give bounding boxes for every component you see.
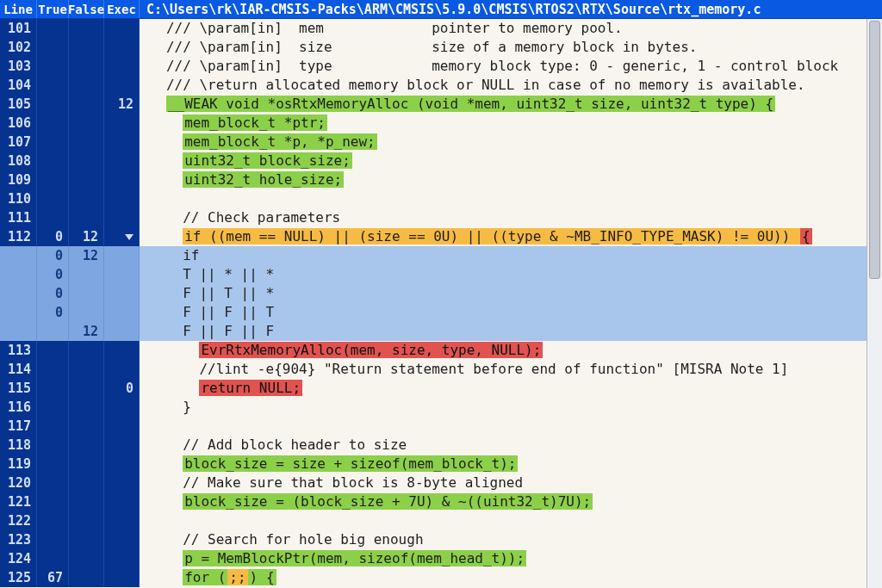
true-count: 0 bbox=[37, 284, 69, 303]
code-row[interactable]: 12567 for (;;) { bbox=[0, 568, 882, 587]
code-row[interactable]: 111 // Check parameters bbox=[0, 208, 882, 227]
true-count bbox=[37, 341, 69, 360]
true-count bbox=[37, 38, 69, 57]
code-text: // Make sure that block is 8-byte aligne… bbox=[140, 473, 882, 492]
false-count: 12 bbox=[69, 227, 104, 246]
code-row[interactable]: 109 uint32_t hole_size; bbox=[0, 170, 882, 189]
exec-count bbox=[104, 246, 140, 265]
false-count bbox=[69, 360, 104, 379]
line-number: 116 bbox=[0, 398, 37, 417]
file-path: C:\Users\rk\IAR-CMSIS-Packs\ARM\CMSIS\5.… bbox=[140, 0, 882, 18]
code-row[interactable]: 106 mem_block_t *ptr; bbox=[0, 114, 882, 133]
header-exec[interactable]: Exec bbox=[104, 0, 140, 18]
line-number: 101 bbox=[0, 19, 37, 38]
code-row[interactable]: 10512 __WEAK void *osRtxMemoryAlloc (voi… bbox=[0, 95, 882, 114]
code-text: block_size = size + sizeof(mem_block_t); bbox=[140, 455, 882, 473]
code-row[interactable]: 116 } bbox=[0, 398, 882, 417]
code-text: uint32_t hole_size; bbox=[140, 170, 882, 189]
line-number: 104 bbox=[0, 76, 37, 95]
exec-count bbox=[104, 417, 140, 436]
line-number bbox=[0, 303, 37, 322]
code-body: 101 /// \param[in] mem pointer to memory… bbox=[0, 19, 882, 588]
true-count bbox=[37, 530, 69, 549]
code-row[interactable]: 119 block_size = size + sizeof(mem_block… bbox=[0, 455, 882, 473]
false-count bbox=[69, 530, 104, 549]
code-row[interactable]: 112012 if ((mem == NULL) || (size == 0U)… bbox=[0, 227, 882, 246]
true-count bbox=[37, 170, 69, 189]
code-row[interactable]: 121 block_size = (block_size + 7U) & ~((… bbox=[0, 492, 882, 511]
code-text: EvrRtxMemoryAlloc(mem, size, type, NULL)… bbox=[140, 341, 882, 360]
line-number: 117 bbox=[0, 417, 37, 436]
code-text bbox=[140, 417, 882, 436]
true-count bbox=[37, 57, 69, 76]
true-count bbox=[37, 511, 69, 530]
code-text: if ((mem == NULL) || (size == 0U) || ((t… bbox=[140, 227, 882, 246]
code-text: F || T || * bbox=[140, 284, 882, 303]
false-count bbox=[69, 379, 104, 398]
code-row[interactable]: 113 EvrRtxMemoryAlloc(mem, size, type, N… bbox=[0, 341, 882, 360]
code-text: /// \return allocated memory block or NU… bbox=[140, 76, 882, 95]
exec-count bbox=[104, 511, 140, 530]
code-row[interactable]: 104 /// \return allocated memory block o… bbox=[0, 76, 882, 95]
code-row[interactable]: 102 /// \param[in] size size of a memory… bbox=[0, 38, 882, 57]
line-number: 109 bbox=[0, 170, 37, 189]
code-row[interactable]: 103 /// \param[in] type memory block typ… bbox=[0, 57, 882, 76]
line-number: 107 bbox=[0, 133, 37, 152]
mcdc-row[interactable]: 012 if bbox=[0, 246, 882, 265]
code-text: // Search for hole big enough bbox=[140, 530, 882, 549]
true-count bbox=[37, 473, 69, 492]
true-count bbox=[37, 360, 69, 379]
false-count: 12 bbox=[69, 246, 104, 265]
code-row[interactable]: 110 bbox=[0, 189, 882, 208]
mcdc-row[interactable]: 0 F || T || * bbox=[0, 284, 882, 303]
exec-count bbox=[104, 436, 140, 455]
line-number: 125 bbox=[0, 568, 37, 587]
true-count bbox=[37, 189, 69, 208]
line-number: 110 bbox=[0, 189, 37, 208]
code-text: /// \param[in] type memory block type: 0… bbox=[140, 57, 882, 76]
code-row[interactable]: 1150 return NULL; bbox=[0, 379, 882, 398]
scrollbar-thumb[interactable] bbox=[869, 21, 880, 279]
false-count bbox=[69, 436, 104, 455]
false-count bbox=[69, 19, 104, 38]
vertical-scrollbar[interactable] bbox=[866, 19, 882, 588]
exec-count bbox=[104, 265, 140, 284]
code-text: T || * || * bbox=[140, 265, 882, 284]
header-false[interactable]: False bbox=[69, 0, 104, 18]
header-line[interactable]: Line bbox=[0, 0, 37, 18]
exec-count bbox=[104, 284, 140, 303]
false-count bbox=[69, 208, 104, 227]
false-count bbox=[69, 265, 104, 284]
code-row[interactable]: 114 //lint -e{904} "Return statement bef… bbox=[0, 360, 882, 379]
code-row[interactable]: 124 p = MemBlockPtr(mem, sizeof(mem_head… bbox=[0, 549, 882, 568]
false-count bbox=[69, 511, 104, 530]
code-row[interactable]: 117 bbox=[0, 417, 882, 436]
code-row[interactable]: 120 // Make sure that block is 8-byte al… bbox=[0, 473, 882, 492]
code-row[interactable]: 122 bbox=[0, 511, 882, 530]
code-row[interactable]: 107 mem_block_t *p, *p_new; bbox=[0, 133, 882, 152]
false-count bbox=[69, 95, 104, 114]
code-row[interactable]: 101 /// \param[in] mem pointer to memory… bbox=[0, 19, 882, 38]
true-count bbox=[37, 322, 69, 341]
code-row[interactable]: 123 // Search for hole big enough bbox=[0, 530, 882, 549]
true-count bbox=[37, 19, 69, 38]
line-number: 103 bbox=[0, 57, 37, 76]
false-count bbox=[69, 57, 104, 76]
mcdc-row[interactable]: 0 T || * || * bbox=[0, 265, 882, 284]
true-count bbox=[37, 152, 69, 170]
line-number: 123 bbox=[0, 530, 37, 549]
mcdc-row[interactable]: 12 F || F || F bbox=[0, 322, 882, 341]
header-true[interactable]: True bbox=[37, 0, 69, 18]
code-text: uint32_t block_size; bbox=[140, 152, 882, 170]
code-text: } bbox=[140, 398, 882, 417]
true-count: 67 bbox=[37, 568, 69, 587]
exec-count bbox=[104, 189, 140, 208]
expand-icon[interactable] bbox=[125, 234, 134, 240]
code-text: // Add block header to size bbox=[140, 436, 882, 455]
code-row[interactable]: 108 uint32_t block_size; bbox=[0, 152, 882, 170]
code-row[interactable]: 118 // Add block header to size bbox=[0, 436, 882, 455]
exec-count bbox=[104, 76, 140, 95]
mcdc-row[interactable]: 0 F || F || T bbox=[0, 303, 882, 322]
code-text: return NULL; bbox=[140, 379, 882, 398]
false-count bbox=[69, 170, 104, 189]
